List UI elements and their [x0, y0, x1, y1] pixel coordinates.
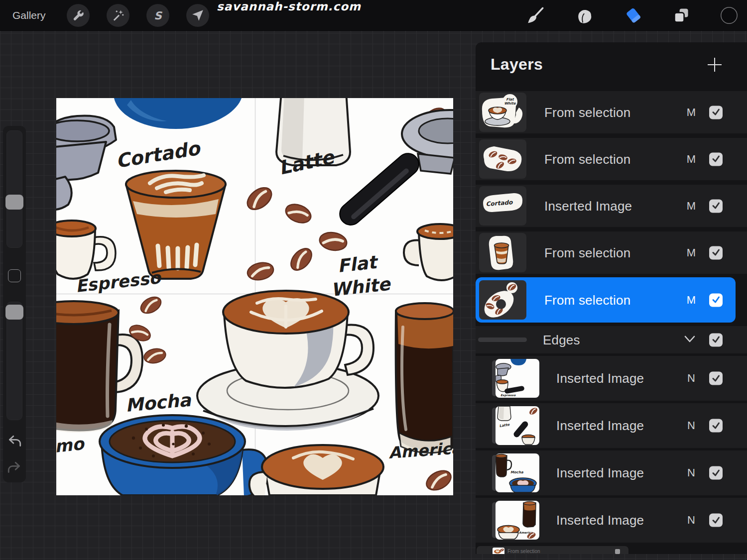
paint-tool-button[interactable]	[526, 6, 544, 24]
blend-mode-badge[interactable]: M	[681, 246, 701, 259]
layer-thumbnail[interactable]	[493, 548, 504, 554]
redo-icon	[6, 460, 22, 476]
gallery-button[interactable]: Gallery	[12, 0, 46, 31]
erase-tool-button[interactable]	[624, 6, 642, 24]
top-toolbar: Gallery S savannah-storm.com	[0, 0, 747, 31]
document-title[interactable]: savannah-storm.com	[217, 0, 361, 31]
layer-row-nested[interactable]: Espresso Inserted Image N	[476, 356, 747, 401]
coffee-bean	[423, 467, 453, 494]
workspace-background: Gallery S savannah-storm.com	[0, 0, 747, 560]
layer-thumbnail[interactable]: Cortado	[479, 186, 526, 225]
layer-name: From selection	[544, 105, 630, 120]
layer-thumbnail[interactable]	[479, 139, 526, 179]
layer-thumbnail[interactable]	[479, 280, 526, 320]
coffee-pattern-artwork: Cortado Latte Espresso Flat White Mocha …	[56, 98, 453, 495]
actions-button[interactable]	[67, 4, 90, 27]
redo-button[interactable]	[6, 460, 22, 476]
blend-mode-badge[interactable]: M	[681, 294, 701, 307]
collapse-group-button[interactable]	[682, 334, 697, 346]
flat-white-cup-illustration	[197, 291, 378, 431]
checkmark-icon	[711, 154, 721, 164]
group-thumbnail-bar[interactable]	[478, 337, 527, 342]
modify-button[interactable]	[8, 269, 21, 282]
blend-mode-badge[interactable]: N	[681, 466, 701, 479]
layer-thumbnail[interactable]: America	[496, 501, 539, 540]
smudge-finger-icon	[575, 7, 592, 24]
portafilter-handle-illustration	[335, 110, 453, 229]
layer-thumbnail[interactable]	[479, 233, 526, 272]
eraser-icon	[624, 6, 642, 24]
visibility-checkbox[interactable]	[709, 333, 723, 346]
layer-thumbnail[interactable]: Flat White	[479, 93, 526, 132]
portafilter-basket-illustration	[56, 115, 116, 210]
layers-icon	[673, 7, 690, 24]
visibility-checkbox[interactable]	[709, 466, 723, 480]
brush-size-handle[interactable]	[5, 195, 23, 210]
layer-name: From selection	[544, 151, 630, 167]
layer-row-nested[interactable]: Latte Inserted Image N	[476, 403, 747, 448]
layer-row-selected[interactable]: From selection M	[476, 277, 736, 323]
transform-arrow-icon	[191, 9, 204, 22]
brush-size-slider[interactable]	[6, 130, 22, 248]
kettle-illustration	[114, 98, 242, 129]
visibility-checkbox[interactable]	[709, 106, 723, 119]
mocha-cup-illustration	[100, 415, 268, 495]
layer-row[interactable]: Flat White From selection M	[476, 91, 747, 133]
coffee-bean-cluster	[244, 183, 349, 282]
selection-button[interactable]: S	[146, 4, 169, 27]
checkmark-icon	[711, 201, 721, 211]
layer-row[interactable]: Cortado Inserted Image M	[476, 185, 747, 227]
blend-mode-badge[interactable]: N	[681, 419, 701, 432]
layer-group-row[interactable]: Edges	[476, 326, 747, 353]
americano-glass-illustration	[396, 303, 453, 453]
plus-icon	[706, 56, 723, 73]
chevron-down-icon	[682, 334, 697, 344]
add-layer-button[interactable]	[706, 56, 723, 73]
brush-opacity-handle[interactable]	[5, 305, 23, 320]
cortado-glass-illustration	[126, 171, 226, 279]
smudge-tool-button[interactable]	[575, 6, 593, 24]
drawing-canvas[interactable]: Cortado Latte Espresso Flat White Mocha …	[56, 98, 453, 495]
layer-row[interactable]: From selection M	[476, 231, 747, 274]
visibility-checkbox[interactable]	[709, 419, 723, 433]
blend-mode-badge[interactable]: M	[681, 106, 701, 119]
label-mocha: Mocha	[124, 389, 193, 415]
visibility-checkbox[interactable]	[709, 293, 723, 307]
layer-name: From selection	[507, 549, 540, 554]
blend-mode-badge[interactable]: M	[681, 153, 701, 166]
layer-thumbnail[interactable]: Mocha	[496, 453, 539, 492]
layer-name: From selection	[544, 245, 630, 260]
color-swatch-button[interactable]	[720, 6, 738, 24]
checkmark-icon	[711, 468, 721, 478]
visibility-checkbox[interactable]	[709, 246, 723, 259]
brush-controls-sidebar	[3, 126, 26, 482]
undo-button[interactable]	[6, 434, 22, 449]
adjustments-button[interactable]	[107, 4, 129, 27]
layers-panel-button[interactable]	[672, 6, 690, 24]
visibility-checkbox[interactable]	[709, 199, 723, 213]
visibility-checkbox[interactable]	[709, 514, 723, 527]
espresso-cup-illustration	[56, 221, 116, 279]
group-name: Edges	[543, 332, 580, 347]
label-flat-white-1: Flat	[337, 251, 380, 276]
layer-thumbnail[interactable]: Latte	[496, 406, 539, 445]
blend-mode-badge[interactable]: N	[681, 372, 701, 385]
visibility-checkbox[interactable]	[615, 549, 620, 554]
layer-row-partial[interactable]: From selection	[477, 546, 628, 554]
layer-row-nested[interactable]: America Inserted Image N	[476, 498, 747, 543]
checkmark-icon	[711, 248, 721, 258]
blend-mode-badge[interactable]: N	[681, 514, 701, 527]
layer-row-nested[interactable]: Mocha Inserted Image N	[476, 450, 747, 495]
paintbrush-icon	[527, 7, 544, 24]
checkmark-icon	[711, 515, 721, 525]
blend-mode-badge[interactable]: M	[681, 200, 701, 213]
visibility-checkbox[interactable]	[709, 372, 723, 385]
visibility-checkbox[interactable]	[709, 152, 723, 166]
layer-row[interactable]: From selection M	[476, 138, 747, 180]
layer-thumbnail[interactable]: Espresso	[496, 359, 539, 398]
checkmark-icon	[711, 373, 721, 383]
checkmark-icon	[711, 421, 721, 431]
transform-button[interactable]	[186, 4, 209, 27]
checkmark-icon	[711, 335, 721, 345]
layer-name: Inserted Image	[556, 513, 644, 528]
